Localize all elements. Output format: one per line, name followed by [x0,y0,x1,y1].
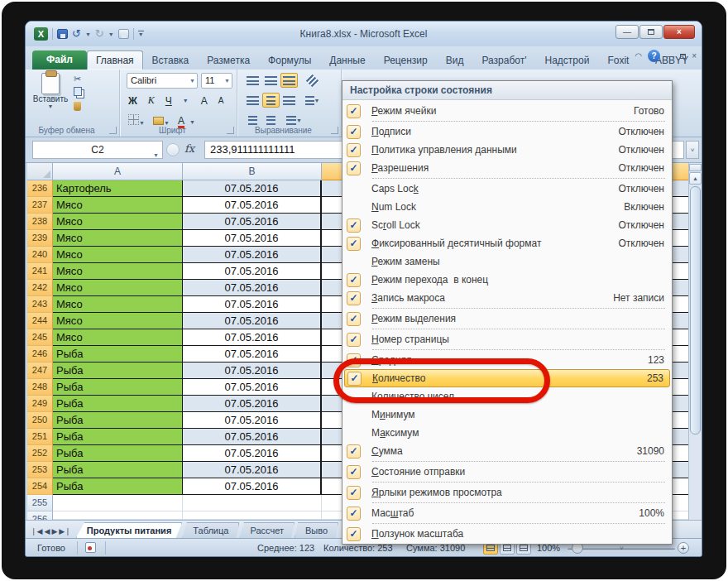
cell-date[interactable]: 07.05.2016 [183,197,322,214]
cell-product[interactable]: Мясо [53,329,183,346]
fill-color-icon[interactable] [153,117,164,125]
first-sheet-icon[interactable]: ❘◀ [31,527,42,535]
shrink-font-button[interactable]: А [218,96,224,105]
dialog-launcher-icon[interactable] [331,127,338,134]
row-header[interactable]: 245 [27,329,53,346]
cell-date[interactable]: 07.05.2016 [183,296,322,313]
row-header[interactable]: 243 [27,296,53,313]
merge-center-button[interactable]: ▼ [304,93,321,108]
macro-record-icon[interactable] [85,542,96,553]
select-all-corner[interactable] [27,163,53,180]
menu-item[interactable]: ✓ПодписиОтключен [342,122,672,141]
row-header[interactable]: 244 [27,313,53,329]
empty-cell[interactable] [183,495,322,511]
align-middle-button[interactable] [262,73,280,88]
font-size-combo[interactable]: 11▼ [201,73,232,89]
align-left-button[interactable] [244,93,261,108]
cell-date[interactable]: 07.05.2016 [183,214,322,230]
row-header[interactable]: 256 [27,511,53,520]
borders-icon[interactable] [128,114,139,125]
row-header[interactable]: 255 [27,495,53,511]
name-box-dropdown-icon[interactable]: ▼ [153,147,159,164]
dialog-launcher-icon[interactable] [109,127,117,134]
menu-item[interactable]: ✓Сумма31090 [342,442,672,460]
cell-product[interactable]: Рыба [53,346,183,363]
menu-item[interactable]: ✓Ползунок масштаба [342,525,672,543]
cell-product[interactable]: Рыба [53,445,183,462]
align-top-button[interactable] [244,73,261,88]
menu-item[interactable]: ✓Политика управления даннымиОтключен [342,141,672,159]
cell-product[interactable]: Мясо [53,280,183,296]
underline-dropdown-icon[interactable]: ▼ [183,98,189,103]
sheet-tab[interactable]: Таблица [182,522,239,538]
menu-item[interactable]: ✓Ярлыки режимов просмотра [342,483,672,502]
align-right-button[interactable] [280,93,298,108]
tab-5[interactable]: Данные [320,50,374,70]
menu-item[interactable]: ✓РазрешенияОтключен [342,159,672,177]
sheet-tab[interactable]: Рассчет [239,522,295,538]
row-header[interactable]: 237 [27,197,53,214]
menu-item[interactable]: ✓Масштаб100% [342,504,672,522]
menu-item[interactable]: ✓Запись макросаНет записи [342,289,672,307]
menu-item[interactable]: Режим замены [342,252,672,271]
cell-date[interactable]: 07.05.2016 [183,230,322,247]
cut-icon[interactable]: ✂ [74,74,82,84]
empty-cell[interactable] [53,495,183,511]
cell-date[interactable]: 07.05.2016 [183,346,322,363]
row-header[interactable]: 236 [27,180,53,197]
cell-date[interactable]: 07.05.2016 [183,412,322,429]
row-header[interactable]: 240 [27,247,53,263]
cell-date[interactable]: 07.05.2016 [183,462,322,478]
row-header[interactable]: 254 [27,478,53,495]
menu-item[interactable]: Максимум [342,424,672,442]
zoom-in-icon[interactable]: + [678,542,689,554]
help-icon[interactable]: ? [648,50,660,62]
column-header-a[interactable]: A [53,163,183,180]
paste-button[interactable]: Вставить ▼ [32,73,69,121]
name-box[interactable]: C2 ▼ [32,141,163,159]
menu-item[interactable]: Минимум [342,406,672,424]
cell-date[interactable]: 07.05.2016 [183,313,322,329]
menu-item[interactable]: Caps LockОтключен [342,180,672,198]
cell-date[interactable]: 07.05.2016 [183,180,322,197]
row-header[interactable]: 238 [27,214,53,230]
align-bottom-button[interactable] [280,73,298,88]
empty-cell[interactable] [53,511,183,520]
row-header[interactable]: 246 [27,346,53,363]
split-handle[interactable] [689,164,702,171]
cell-product[interactable]: Рыба [53,396,183,412]
tab-2[interactable]: Вставка [143,50,199,70]
sheet-tab[interactable]: Выво [295,522,338,538]
vertical-scrollbar[interactable]: ▲ [688,163,702,520]
next-sheet-icon[interactable]: ▶ [51,527,57,535]
insert-function-icon[interactable]: fx [184,142,194,155]
cell-product[interactable]: Мясо [53,296,183,313]
cell-product[interactable]: Мясо [53,313,183,329]
tab-4[interactable]: Формулы [259,50,320,70]
book-minimize-icon[interactable]: — [666,51,674,60]
font-name-combo[interactable]: Calibri▼ [127,73,198,89]
cell-product[interactable]: Мясо [53,230,183,247]
collapse-ribbon-icon[interactable]: ◠ [635,51,642,60]
row-header[interactable]: 249 [27,396,53,412]
tab-8[interactable]: Разработ' [472,50,535,70]
menu-item[interactable]: ✓Режим выделения [342,310,672,328]
menu-item[interactable]: Num LockВключен [342,198,672,216]
prev-sheet-icon[interactable]: ◀ [44,527,50,535]
cell-product[interactable]: Рыба [53,478,183,495]
menu-item[interactable]: ✓Состояние отправки [342,463,672,481]
tab-7[interactable]: Вид [437,50,473,70]
align-center-button[interactable] [262,93,280,108]
cell-date[interactable]: 07.05.2016 [183,247,322,263]
row-header[interactable]: 253 [27,462,53,478]
cell-product[interactable]: Рыба [53,462,183,478]
scroll-up-icon[interactable]: ▲ [689,172,702,185]
row-header[interactable]: 250 [27,412,53,429]
row-header[interactable]: 239 [27,230,53,247]
maximize-button[interactable] [639,25,663,39]
empty-cell[interactable] [183,511,322,520]
scrollbar-thumb[interactable] [690,186,701,435]
menu-item[interactable]: ✓Номер страницы [342,330,672,348]
cell-date[interactable]: 07.05.2016 [183,280,322,296]
cell-product[interactable]: Рыба [53,363,183,379]
